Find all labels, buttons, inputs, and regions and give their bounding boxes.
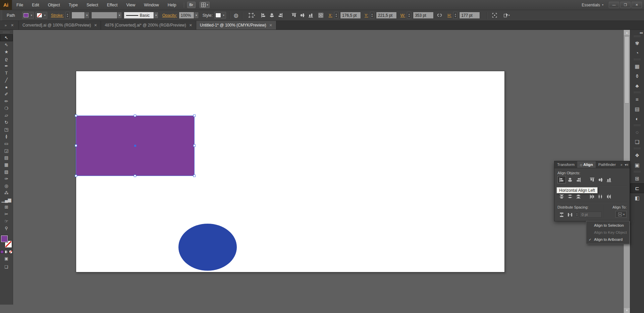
- scrollbar-thumb[interactable]: [625, 36, 629, 103]
- recolor-artwork-icon[interactable]: ◍: [234, 12, 238, 18]
- opacity-combo[interactable]: 100% ▾: [179, 12, 199, 19]
- scroll-up-button[interactable]: ▲: [624, 30, 630, 36]
- stroke-weight-label[interactable]: Stroke:: [51, 13, 64, 18]
- swatches-panel-icon[interactable]: ▦: [630, 61, 644, 71]
- close-icon[interactable]: ✕: [94, 23, 97, 28]
- width-profile-combo[interactable]: ▾: [91, 12, 122, 19]
- eraser-tool[interactable]: ▱: [0, 112, 13, 119]
- menu-effect[interactable]: Effect: [103, 0, 122, 10]
- horizontal-align-right-button[interactable]: [574, 176, 583, 183]
- document-tab-overflow[interactable]: » ✕: [0, 21, 19, 30]
- selection-handle-bottom-center[interactable]: [134, 175, 136, 177]
- blend-tool[interactable]: ◎: [0, 182, 13, 189]
- color-panel-icon[interactable]: ✾: [630, 38, 644, 48]
- close-button[interactable]: ✕: [632, 2, 642, 8]
- eyedropper-tool[interactable]: ✑: [0, 175, 13, 182]
- type-tool[interactable]: T: [0, 70, 13, 77]
- h-field-label[interactable]: H:: [447, 13, 451, 18]
- document-tab[interactable]: Converted].ai @ 100% (RGB/Preview)✕: [19, 21, 101, 30]
- selection-handle-bottom-left[interactable]: [75, 175, 77, 177]
- ellipse-shape[interactable]: [178, 224, 237, 271]
- horizontal-distribute-right-button[interactable]: [605, 193, 613, 200]
- toolbar-grip[interactable]: [3, 31, 10, 33]
- panel-menu-icon[interactable]: ▾≡: [625, 163, 629, 167]
- x-field-label[interactable]: X:: [329, 13, 332, 18]
- vertical-align-top-button[interactable]: [290, 12, 298, 19]
- tab-overflow-icon[interactable]: »: [5, 23, 7, 27]
- dock-group-grip[interactable]: [634, 58, 641, 60]
- vertical-align-bottom-button[interactable]: [605, 176, 613, 183]
- fill-color-button[interactable]: ▾: [22, 12, 34, 19]
- dock-group-grip[interactable]: [634, 35, 641, 37]
- gradient-tool[interactable]: ▧: [0, 168, 13, 175]
- w-field-label[interactable]: W:: [400, 13, 405, 18]
- color-guide-panel-icon[interactable]: ◔: [630, 48, 644, 58]
- horizontal-align-left-button[interactable]: [557, 176, 566, 183]
- lasso-tool[interactable]: ϱ: [0, 55, 13, 62]
- horizontal-align-center-button[interactable]: [268, 12, 276, 19]
- stroke-color-button[interactable]: ▾: [36, 12, 47, 19]
- arrange-documents-button[interactable]: ▾: [200, 2, 210, 8]
- brushes-panel-icon[interactable]: ⚱: [630, 71, 644, 81]
- horizontal-align-left-button[interactable]: [259, 12, 268, 19]
- constrain-proportions-button[interactable]: [435, 12, 444, 19]
- control-bar-grip[interactable]: [0, 10, 3, 20]
- stroke-weight-stepper[interactable]: ▲▼: [65, 12, 70, 19]
- stroke-weight-combo[interactable]: ▾: [71, 12, 90, 19]
- y-field[interactable]: 221,5 pt: [376, 12, 397, 19]
- close-icon[interactable]: ✕: [189, 23, 192, 28]
- pencil-tool[interactable]: ✏: [0, 98, 13, 105]
- menu-file[interactable]: File: [12, 0, 28, 10]
- close-icon[interactable]: ✕: [11, 23, 14, 28]
- fill-swatch[interactable]: [1, 235, 8, 242]
- horizontal-align-right-button[interactable]: [276, 12, 284, 19]
- menu-type[interactable]: Type: [64, 0, 82, 10]
- horizontal-distribute-left-button[interactable]: [588, 193, 596, 200]
- minimize-button[interactable]: —: [609, 2, 619, 8]
- graphic-style-button[interactable]: ▾: [214, 12, 226, 19]
- none-button[interactable]: [9, 250, 12, 254]
- gradient-panel-icon[interactable]: ▤: [630, 104, 644, 114]
- direct-selection-tool[interactable]: ⇖: [0, 41, 13, 48]
- layers-panel-icon[interactable]: ❖: [630, 150, 644, 160]
- gradient-button[interactable]: [5, 250, 8, 254]
- hand-tool[interactable]: ☞: [0, 218, 13, 225]
- y-field-label[interactable]: Y:: [365, 13, 368, 18]
- mesh-tool[interactable]: ▦: [0, 161, 13, 168]
- artboard-tool[interactable]: ⊞: [0, 204, 13, 211]
- screen-mode-button[interactable]: ❏: [0, 264, 13, 270]
- document-tab[interactable]: 4876 [Converted].ai* @ 200% (RGB/Preview…: [101, 21, 196, 30]
- h-field[interactable]: 177 pt: [459, 12, 480, 19]
- vertical-distribute-center-button[interactable]: [566, 193, 574, 200]
- selection-handle-middle-right[interactable]: [193, 144, 196, 147]
- artboards-panel-icon[interactable]: ▣: [630, 160, 644, 170]
- menu-view[interactable]: View: [122, 0, 140, 10]
- magic-wand-tool[interactable]: ★: [0, 48, 13, 55]
- selection-tool[interactable]: ↖: [0, 34, 13, 41]
- selection-handle-middle-left[interactable]: [75, 144, 77, 147]
- dock-group-grip[interactable]: [634, 91, 641, 93]
- dock-group-grip[interactable]: [634, 147, 641, 149]
- scroll-down-button[interactable]: ▼: [624, 307, 630, 313]
- bounding-box-button[interactable]: ▾: [246, 12, 258, 19]
- menu-help[interactable]: Help: [163, 0, 181, 10]
- restore-button[interactable]: ❐: [620, 2, 631, 8]
- column-graph-tool[interactable]: ▁▄▆: [0, 196, 13, 204]
- document-tab[interactable]: Untitled-1* @ 100% (CMYK/Preview)✕: [196, 21, 276, 30]
- selection-handle-bottom-right[interactable]: [193, 175, 196, 177]
- reference-point-locator[interactable]: [317, 12, 325, 19]
- shape-builder-tool[interactable]: ◲: [0, 147, 13, 154]
- selection-center-point[interactable]: [134, 145, 136, 147]
- menu-item-align-to-artboard[interactable]: ✓Align to Artboard: [586, 236, 629, 243]
- bridge-button[interactable]: Br: [187, 2, 196, 8]
- horizontal-distribute-space-button[interactable]: [566, 211, 574, 218]
- h-stepper[interactable]: ▲▼: [453, 12, 458, 19]
- close-icon[interactable]: ✕: [269, 23, 272, 28]
- scale-tool[interactable]: ◳: [0, 126, 13, 133]
- align-panel-icon[interactable]: ⊏: [630, 183, 644, 193]
- appearance-panel-icon[interactable]: ◌: [630, 127, 644, 137]
- line-segment-tool[interactable]: ╱: [0, 77, 13, 84]
- stroke-panel-icon[interactable]: ≡: [630, 94, 644, 104]
- transform-corners-button[interactable]: [490, 12, 499, 19]
- y-stepper[interactable]: ▲▼: [370, 12, 374, 19]
